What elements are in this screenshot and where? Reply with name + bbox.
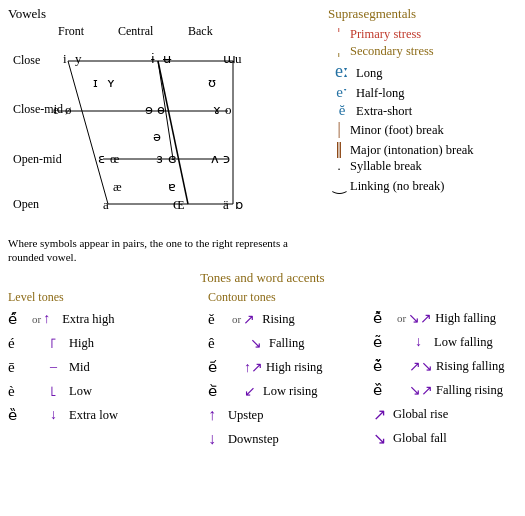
open-label: Open xyxy=(13,197,39,212)
extrashort-symbol: ĕ xyxy=(328,102,356,119)
tone-rising-falling-letter: ẽ̌ xyxy=(373,357,395,375)
tone-mid: ē – Mid xyxy=(8,356,208,378)
vowel-barred-o: ɵ xyxy=(157,102,165,118)
tone-rising-desc: Rising xyxy=(262,312,295,327)
syllable-break-symbol: . xyxy=(328,159,350,174)
tone-rising-symbol: ↗ xyxy=(243,311,259,328)
tone-extra-low: ȅ ↓ Extra low xyxy=(8,404,208,426)
tone-upstep-symbol: ↑ xyxy=(208,406,224,424)
vowel-chart-lines xyxy=(13,39,313,234)
vowel-ae: æ xyxy=(113,179,122,195)
tone-rising-or: or xyxy=(232,313,241,325)
tone-extra-high-or: or xyxy=(32,313,41,325)
supraseg-minor-break: | Minor (foot) break xyxy=(328,120,525,138)
supraseg-halflong: eˑ Half-long xyxy=(328,83,525,101)
vowel-I: ɪ xyxy=(93,75,98,91)
tone-low-rising-letter: e᷅ xyxy=(208,382,230,400)
vowel-u: u xyxy=(235,51,242,67)
tone-low-letter: è xyxy=(8,383,30,400)
vowel-y: y xyxy=(75,51,82,67)
tone-upstep-desc: Upstep xyxy=(228,408,263,423)
tone-downstep: ↓ Downstep xyxy=(208,428,373,450)
tones-section: Tones and word accents Level tones é̋ or… xyxy=(8,270,517,452)
tone-falling-rising-symbol: ↘↗ xyxy=(409,382,433,399)
tone-high-falling-or: or xyxy=(397,312,406,324)
tone-downstep-symbol: ↓ xyxy=(208,430,224,448)
vowel-upsilon: ʊ xyxy=(208,75,216,91)
supraseg-linking: ‿ Linking (no break) xyxy=(328,175,525,194)
tone-low: è ꜖ Low xyxy=(8,380,208,402)
openmid-label: Open-mid xyxy=(13,152,62,167)
tone-high-falling-desc: High falling xyxy=(435,311,496,326)
tone-global-rise-symbol: ↗ xyxy=(373,405,389,424)
tone-high-desc: High xyxy=(69,336,94,351)
svg-line-8 xyxy=(68,61,108,204)
tone-global-fall-desc: Global fall xyxy=(393,431,447,446)
vowel-header-back: Back xyxy=(188,24,248,39)
tone-mid-letter: ē xyxy=(8,359,30,376)
vowel-o: o xyxy=(225,102,232,118)
contour-tones-subtitle: Contour tones xyxy=(208,290,373,305)
close-label: Close xyxy=(13,53,40,68)
major-break-symbol: ‖ xyxy=(328,139,350,158)
tone-low-symbol: ꜖ xyxy=(50,383,66,400)
vowel-turned-a: ɐ xyxy=(168,179,176,195)
vowels-area: Vowels Front Central Back xyxy=(8,6,318,266)
vowel-schwa-close: ɘ xyxy=(145,102,153,118)
tone-falling: ê ↘ Falling xyxy=(208,332,373,354)
vowel-grid: Close Close-mid Open-mid Open i y ɨ ʉ ɯ … xyxy=(13,39,318,234)
vowel-a-open: ä xyxy=(223,197,229,213)
tone-global-fall-symbol: ↘ xyxy=(373,429,389,448)
long-label: Long xyxy=(356,66,382,81)
halflong-label: Half-long xyxy=(356,86,405,101)
vowel-note-text: Where symbols appear in pairs, the one t… xyxy=(8,237,288,263)
supraseg-extrashort: ĕ Extra-short xyxy=(328,102,525,119)
linking-symbol: ‿ xyxy=(328,175,350,194)
top-section: Vowels Front Central Back xyxy=(8,6,517,266)
tone-falling-rising: e᷈ ↘↗ Falling rising xyxy=(373,379,525,401)
long-symbol: eː xyxy=(328,60,356,82)
major-break-label: Major (intonation) break xyxy=(350,143,474,158)
secondary-stress-label: Secondary stress xyxy=(350,44,434,59)
secondary-stress-symbol: ˌ xyxy=(328,43,350,59)
supraseg-primary-stress: ˈ Primary stress xyxy=(328,26,525,42)
vowel-oslash: ø xyxy=(65,102,72,118)
tone-low-rising: e᷅ ↙ Low rising xyxy=(208,380,373,402)
tone-falling-desc: Falling xyxy=(269,336,304,351)
tone-rising-falling: ẽ̌ ↗↘ Rising falling xyxy=(373,355,525,377)
supraseg-syllable-break: . Syllable break xyxy=(328,159,525,174)
tone-low-falling-symbol: ↓ xyxy=(415,334,431,350)
level-tones-column: Level tones é̋ or ↑ Extra high é ꜒ High … xyxy=(8,290,208,452)
supraseg-title: Suprasegmentals xyxy=(328,6,525,22)
tone-rising-falling-symbol: ↗↘ xyxy=(409,358,433,375)
vowel-i: i xyxy=(63,51,67,67)
vowel-schwa: ə xyxy=(153,129,161,145)
tone-falling-letter: ê xyxy=(208,335,230,352)
right-contour-column: ê̌ or ↘↗ High falling ẽ ↓ Low falling ẽ̌… xyxy=(373,290,525,452)
tone-falling-rising-letter: e᷈ xyxy=(373,381,395,399)
syllable-break-label: Syllable break xyxy=(350,159,422,174)
tone-high-symbol: ꜒ xyxy=(50,335,66,352)
vowel-open-o: ɔ xyxy=(223,151,230,167)
vowel-ram-horns: ɤ xyxy=(213,102,221,118)
primary-stress-symbol: ˈ xyxy=(328,26,350,42)
vowel-script-a: ɒ xyxy=(235,197,243,213)
vowel-epsilon: ɛ xyxy=(98,151,105,167)
tone-high-rising: e᷄ ↑↗ High rising xyxy=(208,356,373,378)
vowel-u-bar: ʉ xyxy=(163,51,171,67)
tone-upstep: ↑ Upstep xyxy=(208,404,373,426)
vowel-e: e xyxy=(53,102,59,118)
suprasegmentals-area: Suprasegmentals ˈ Primary stress ˌ Secon… xyxy=(318,6,525,266)
page: Vowels Front Central Back xyxy=(0,0,525,516)
tone-mid-desc: Mid xyxy=(69,360,90,375)
tone-extra-high-letter: é̋ xyxy=(8,310,30,328)
tone-rising-letter: ě xyxy=(208,311,230,328)
tone-high-rising-desc: High rising xyxy=(266,360,323,375)
primary-stress-label: Primary stress xyxy=(350,27,421,42)
vowel-oe: œ xyxy=(110,151,119,167)
vowel-headers: Front Central Back xyxy=(58,24,318,39)
tone-high-falling-letter: ê̌ xyxy=(373,309,395,327)
tone-falling-rising-desc: Falling rising xyxy=(436,383,503,398)
vowel-Y: ʏ xyxy=(107,75,115,91)
tone-global-rise: ↗ Global rise xyxy=(373,403,525,425)
